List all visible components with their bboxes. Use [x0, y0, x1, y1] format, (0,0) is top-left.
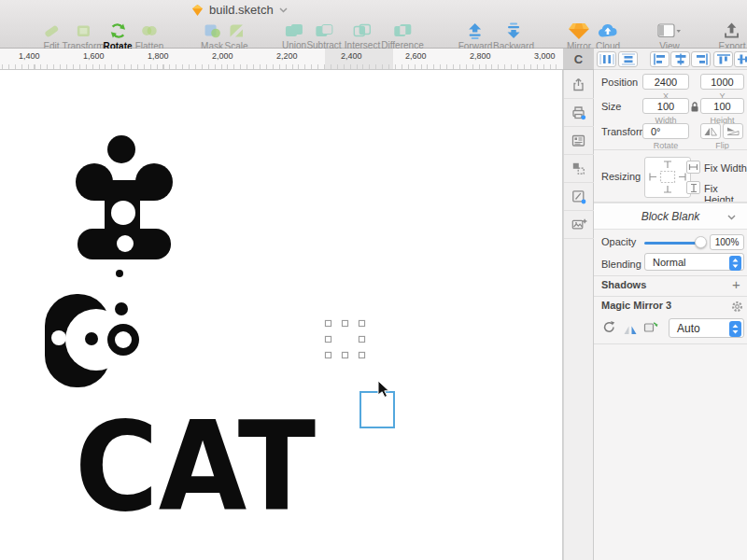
toolbar-cloud[interactable]: Cloud	[596, 21, 620, 51]
align-middle-button[interactable]	[734, 51, 747, 67]
toolbar-transform[interactable]: Transform	[62, 21, 104, 51]
opacity-label: Opacity	[601, 236, 636, 247]
fix-height-checkbox[interactable]	[686, 181, 700, 194]
align-right-button[interactable]	[691, 51, 711, 67]
flip-vertical-button[interactable]	[723, 123, 743, 139]
blending-dropdown[interactable]: Normal	[644, 253, 744, 271]
resizing-pins-icon	[645, 158, 690, 197]
transform-icon	[74, 21, 92, 40]
fix-width-checkbox[interactable]	[686, 161, 700, 174]
selection-handle-n[interactable]	[342, 320, 348, 327]
magic-mirror-flip-button[interactable]	[623, 322, 638, 339]
view-panels-icon	[657, 21, 682, 40]
lock-icon	[690, 101, 699, 113]
blending-label: Blending	[601, 259, 641, 270]
toolbar-view[interactable]: View	[657, 21, 682, 51]
position-x-input[interactable]: 2400	[642, 74, 689, 90]
export-icon	[723, 21, 741, 40]
style-preset-dropdown[interactable]: Block Blank	[594, 203, 747, 230]
position-y-input[interactable]: 1000	[700, 74, 744, 90]
magic-mirror-mode-dropdown[interactable]: Auto	[669, 318, 744, 338]
toolbar-rotate[interactable]: Rotate	[103, 21, 132, 51]
ruler-tick-label: 3,000	[534, 51, 556, 61]
sketch-window: { "window": { "title": "build.sketch" },…	[0, 0, 747, 560]
alignment-toolbar	[594, 49, 747, 70]
toolbar-backward[interactable]: Backward	[493, 21, 534, 51]
selection-handle-sw[interactable]	[325, 352, 331, 358]
size-width-input[interactable]: 100	[642, 98, 689, 114]
selection-handle-e[interactable]	[359, 336, 365, 343]
gear-icon	[731, 301, 743, 313]
window-title: build.sketch	[209, 3, 274, 17]
cat-logo-text[interactable]: CAT	[75, 395, 316, 539]
selection-handle-ne[interactable]	[359, 320, 365, 327]
toolbar-difference[interactable]: Difference	[381, 21, 423, 50]
style-preset-name: Block Blank	[641, 210, 700, 223]
opacity-value-input[interactable]: 100%	[710, 234, 744, 250]
rotate-input[interactable]: 0°	[642, 123, 689, 139]
stepper-arrows-icon	[729, 256, 741, 271]
toolbar-export[interactable]: Export	[719, 21, 746, 51]
magic-mirror-refresh-button[interactable]	[602, 320, 616, 338]
magic-mirror-section-label: Magic Mirror 3	[601, 300, 671, 311]
shadows-section-label: Shadows	[601, 279, 646, 290]
toolbar-mirror[interactable]: Mirror	[567, 21, 591, 51]
resizing-pin-widget[interactable]	[644, 157, 691, 198]
craft-data-button[interactable]	[571, 133, 586, 152]
horizontal-ruler: 1,400 1,600 1,800 2,000 2,200 2,400 2,60…	[0, 49, 563, 70]
toolbar-scale[interactable]: Scale	[224, 21, 247, 51]
ruler-tick-label: 2,000	[212, 51, 233, 61]
craft-print-button[interactable]	[571, 105, 586, 124]
toolbar-flatten[interactable]: Flatten	[135, 21, 164, 51]
cat-logo-artwork[interactable]: CAT	[0, 70, 563, 560]
toolbar-mask[interactable]: Mask	[201, 21, 223, 51]
toolbar-union[interactable]: Union	[282, 21, 306, 50]
card-icon	[571, 133, 586, 148]
toolbar-edit[interactable]: Edit	[42, 21, 61, 51]
ruler-tick-label: 1,800	[148, 51, 169, 61]
stepper-arrows-icon	[729, 321, 741, 337]
ruler-tick-label: 1,600	[83, 51, 105, 61]
fix-height-icon	[690, 183, 698, 193]
craft-sync-button[interactable]	[571, 77, 586, 96]
flatten-icon	[140, 21, 159, 40]
title-chevron-down-icon[interactable]	[279, 7, 288, 13]
align-top-button[interactable]	[713, 51, 733, 67]
selection-handle-nw[interactable]	[325, 320, 331, 327]
align-right-icon	[693, 53, 710, 65]
add-shadow-button[interactable]: +	[732, 276, 740, 292]
intersect-icon	[352, 21, 373, 39]
opacity-slider-knob[interactable]	[695, 236, 707, 248]
craft-plugin-strip	[563, 70, 594, 560]
craft-panel-toggle[interactable]: C	[563, 49, 594, 70]
size-height-input[interactable]: 100	[700, 98, 744, 114]
selection-handle-w[interactable]	[325, 336, 331, 343]
distribute-vertically-button[interactable]	[618, 51, 638, 67]
canvas[interactable]: CAT	[0, 70, 563, 560]
constrain-proportions-lock[interactable]	[690, 100, 699, 117]
resizing-label: Resizing	[601, 171, 641, 182]
flip-horizontal-button[interactable]	[700, 123, 721, 139]
magic-mirror-settings-button[interactable]	[731, 300, 743, 316]
craft-styles-button[interactable]	[571, 189, 586, 208]
toolbar-forward[interactable]: Forward	[458, 21, 493, 51]
sketch-mirror-icon	[569, 21, 589, 40]
craft-stock-photo-button[interactable]	[571, 217, 587, 236]
craft-duplicate-button[interactable]	[571, 161, 586, 180]
ruler-ticks	[2, 64, 562, 69]
toolbar-subtract[interactable]: Subtract	[306, 21, 341, 50]
size-label: Size	[601, 101, 621, 112]
selection-handle-se[interactable]	[359, 352, 365, 358]
magic-mirror-rotate-button[interactable]	[642, 318, 658, 338]
distribute-vertically-icon	[620, 53, 637, 65]
transform-label: Transform	[601, 126, 648, 137]
selection-handle-s[interactable]	[342, 352, 348, 358]
distribute-horizontally-button[interactable]	[597, 51, 616, 67]
cat-head-figure	[45, 294, 139, 387]
inspector-panel: Position 2400 1000 X Y Size 100 100 Widt…	[594, 49, 747, 560]
fix-width-label[interactable]: Fix Width	[704, 162, 747, 174]
align-left-button[interactable]	[650, 51, 669, 67]
align-center-horizontally-button[interactable]	[670, 51, 690, 67]
align-middle-icon	[736, 53, 747, 65]
toolbar-intersect[interactable]: Intersect	[345, 21, 380, 50]
